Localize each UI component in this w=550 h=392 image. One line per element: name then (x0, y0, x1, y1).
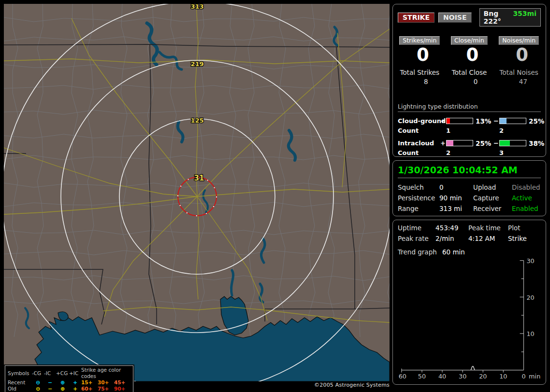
total-noises-value: 47 (497, 78, 541, 85)
svg-text:10: 10 (526, 330, 534, 337)
pos-ic-recent-icon: + (69, 379, 81, 386)
neg-cg-old-icon: ⊖ (32, 386, 44, 392)
squelch-label: Squelch (398, 183, 439, 191)
strike-trend-chart: 30 20 10 60 50 40 30 20 10 0 min (398, 257, 542, 380)
cg-negative-count: 2 (499, 127, 541, 134)
app-window: { "map": { "ring_labels": { "r313": "313… (0, 0, 550, 392)
uptime-label: Uptime (398, 224, 435, 232)
persistence-value: 90 min (439, 194, 473, 202)
chart-axes (402, 261, 524, 373)
strikes-per-min-chip: Strikes/min (399, 36, 440, 45)
legend-symbols-header: Symbols (8, 370, 32, 377)
cg-positive-count: 1 (446, 127, 493, 134)
close-per-min-value: 0 (448, 46, 492, 65)
svg-text:20: 20 (479, 373, 487, 380)
legend-col-pos-cg: +CG (56, 370, 69, 377)
ring-label-31: 31 (194, 174, 204, 182)
intracloud-count-row: Count 2 3 (398, 148, 541, 158)
bearing-readout: Bng 222° 353mi (479, 8, 541, 27)
cloud-ground-row: Cloud-ground + 13% − 25% (398, 116, 541, 126)
upload-label: Upload (473, 183, 512, 191)
lightning-distribution: Lightning type distribution Cloud-ground… (398, 103, 541, 158)
capture-label: Capture (473, 194, 512, 202)
ic-negative-pct: 38% (526, 140, 541, 147)
count-label: Count (398, 127, 440, 134)
x-axis-unit: min (529, 373, 540, 380)
ring-label-125: 125 (190, 117, 203, 124)
symbols-legend: Symbols -CG -IC +CG +IC Strike age color… (5, 365, 133, 392)
age-15: 15+ (81, 379, 98, 386)
cg-negative-bar (499, 118, 526, 124)
plot-label: Plot (508, 224, 541, 232)
trend-series-spike (471, 366, 475, 370)
minus-sign: − (493, 117, 499, 125)
strike-stats-panel: STRIKE NOISE Bng 222° 353mi Strikes/min … (392, 4, 546, 157)
cg-negative-pct: 25% (526, 117, 541, 125)
legend-col-neg-cg: -CG (32, 370, 44, 377)
ic-negative-fill (500, 140, 510, 146)
noise-mode-button[interactable]: NOISE (438, 13, 471, 23)
plus-sign: + (440, 140, 446, 147)
age-75: 75+ (98, 386, 114, 392)
legend-recent-label: Recent (8, 379, 32, 386)
svg-text:0: 0 (521, 373, 525, 380)
bearing-value: Bng 222° (484, 10, 507, 25)
legend-col-neg-ic: -IC (44, 370, 56, 377)
total-close-value: 0 (448, 78, 492, 85)
total-strikes-value: 8 (398, 78, 442, 85)
total-strikes-label: Total Strikes (398, 69, 442, 76)
ic-positive-pct: 25% (473, 140, 493, 147)
x-axis-labels: 60 50 40 30 20 10 0 min (399, 373, 541, 380)
neg-cg-recent-icon: ⊖ (32, 379, 44, 386)
minus-sign: − (493, 140, 499, 147)
cg-positive-bar (446, 118, 473, 124)
legend-old-label: Old (8, 386, 32, 392)
cloud-ground-count-row: Count 1 2 (398, 126, 541, 136)
trend-panel: Uptime 453:49 Peak time Plot Peak rate 2… (392, 220, 546, 385)
svg-text:10: 10 (499, 373, 507, 380)
peak-rate-label: Peak rate (398, 235, 435, 242)
cg-negative-fill (500, 118, 507, 124)
svg-text:50: 50 (418, 373, 426, 380)
cg-positive-pct: 13% (473, 117, 493, 125)
svg-text:20: 20 (526, 294, 534, 301)
trend-window-value: 60 min (442, 248, 541, 256)
cg-positive-fill (447, 118, 450, 124)
strike-mode-button[interactable]: STRIKE (398, 13, 434, 23)
ic-positive-count: 2 (446, 149, 493, 156)
lightning-map[interactable]: 313 219 125 31 (4, 4, 390, 381)
count-label: Count (398, 149, 440, 156)
pos-cg-recent-icon: ⊕ (56, 379, 69, 386)
svg-text:60: 60 (399, 373, 406, 380)
ring-label-313: 313 (190, 4, 203, 10)
total-noises-label: Total Noises (497, 69, 541, 76)
y-axis-labels: 30 20 10 (526, 257, 534, 337)
noises-per-min-value: 0 (497, 46, 541, 65)
intracloud-label: Intracloud (398, 140, 440, 147)
pos-cg-old-icon: ⊕ (56, 386, 69, 392)
ic-negative-count: 3 (499, 149, 541, 156)
age-45: 45+ (114, 379, 130, 386)
bearing-distance: 353mi (513, 10, 536, 25)
peak-rate-value: 2/min (435, 235, 468, 242)
neg-ic-old-icon: − (44, 386, 56, 392)
persistence-label: Persistence (398, 194, 439, 202)
distribution-header: Lightning type distribution (398, 103, 541, 112)
intracloud-row: Intracloud + 25% − 38% (398, 139, 541, 148)
ic-positive-fill (447, 140, 453, 146)
svg-text:30: 30 (526, 257, 534, 265)
ic-positive-bar (446, 140, 473, 146)
trend-graph-label: Trend graph (398, 248, 442, 256)
capture-status: Active (512, 194, 541, 202)
noises-per-min-chip: Noises/min (499, 36, 539, 45)
receiver-label: Receiver (473, 205, 512, 212)
uptime-value: 453:49 (435, 224, 468, 232)
status-panel: 1/30/2026 10:04:52 AM Squelch 0 Upload D… (392, 160, 546, 216)
close-per-min-chip: Close/min (451, 36, 488, 45)
ring-label-219: 219 (190, 60, 203, 68)
plot-value: Strike (508, 235, 541, 242)
svg-text:30: 30 (459, 373, 466, 380)
plus-sign: + (440, 117, 446, 125)
current-datetime: 1/30/2026 10:04:52 AM (398, 165, 541, 178)
pos-ic-old-icon: + (69, 386, 81, 392)
